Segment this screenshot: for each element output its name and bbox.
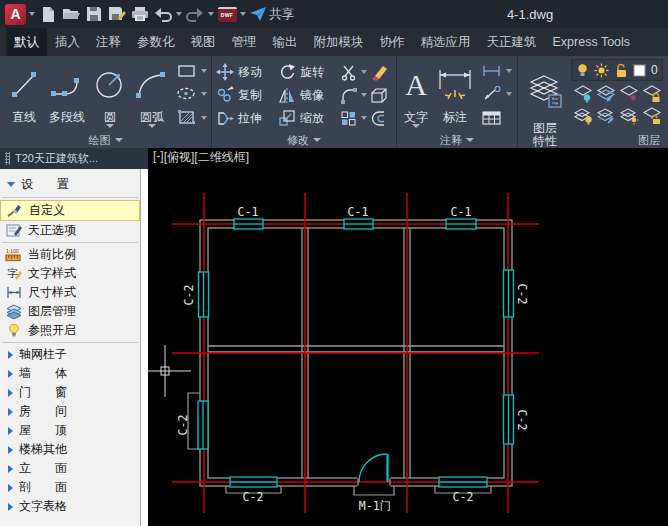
palette-item-layer-manage[interactable]: 图层管理 bbox=[0, 302, 140, 321]
palette-section-settings[interactable]: 设 置 bbox=[0, 173, 140, 195]
palette-item-current-scale[interactable]: 1:100 当前比例 bbox=[0, 245, 140, 264]
app-menu-button[interactable]: A bbox=[5, 2, 26, 26]
stretch-button[interactable]: 拉伸 bbox=[216, 110, 278, 127]
offset-button[interactable] bbox=[370, 110, 394, 127]
new-file-button[interactable] bbox=[38, 2, 58, 26]
group-expand-icon[interactable] bbox=[8, 446, 13, 454]
group-expand-icon[interactable] bbox=[8, 370, 13, 378]
make-current-layer-button[interactable] bbox=[596, 84, 616, 103]
tab-view[interactable]: 视图 bbox=[183, 28, 224, 56]
group-expand-icon[interactable] bbox=[8, 484, 13, 492]
draw-panel-footer[interactable]: 绘图 bbox=[0, 132, 211, 148]
array-caret-icon[interactable] bbox=[361, 116, 367, 120]
group-expand-icon[interactable] bbox=[8, 503, 13, 511]
palette-item-dim-style[interactable]: 尺寸样式 bbox=[0, 283, 140, 302]
leader-button[interactable] bbox=[481, 86, 512, 101]
explode-button[interactable] bbox=[370, 87, 394, 104]
turn-on-all-layers-button[interactable] bbox=[573, 106, 593, 125]
tab-insert[interactable]: 插入 bbox=[47, 28, 88, 56]
palette-item-ref-on[interactable]: 参照开启 bbox=[0, 321, 140, 340]
palette-item-text-style[interactable]: 字 文字样式 bbox=[0, 264, 140, 283]
mirror-button[interactable]: 镜像 bbox=[278, 87, 340, 104]
fillet-button[interactable] bbox=[340, 87, 370, 104]
group-expand-icon[interactable] bbox=[8, 427, 13, 435]
array-button[interactable] bbox=[340, 110, 370, 127]
text-button[interactable]: A 文字 bbox=[401, 58, 431, 132]
line-button[interactable]: 直线 bbox=[4, 58, 44, 132]
thaw-all-layers-button[interactable] bbox=[619, 106, 639, 125]
circle-button[interactable]: 圆 bbox=[90, 58, 130, 132]
polyline-button[interactable]: 多段线 bbox=[44, 58, 90, 132]
unlock-layer-button[interactable] bbox=[642, 106, 662, 125]
section-collapse-icon[interactable] bbox=[7, 182, 15, 187]
open-file-button[interactable] bbox=[61, 2, 81, 26]
palette-group-wall[interactable]: 墙 体 bbox=[0, 364, 140, 383]
linear-dimension-button[interactable] bbox=[481, 64, 512, 78]
tab-output[interactable]: 输出 bbox=[265, 28, 306, 56]
leader-caret-icon[interactable] bbox=[506, 92, 512, 96]
dimension-button[interactable]: 标注 bbox=[431, 58, 479, 132]
layer-select-dropdown[interactable]: 0 bbox=[571, 59, 663, 81]
freeze-layer-button[interactable] bbox=[619, 84, 639, 103]
tab-addins[interactable]: 附加模块 bbox=[306, 28, 372, 56]
rectangle-caret-icon[interactable] bbox=[201, 69, 207, 73]
tab-featured-apps[interactable]: 精选应用 bbox=[413, 28, 479, 56]
palette-group-elevation[interactable]: 立 面 bbox=[0, 459, 140, 478]
palette-group-door-window[interactable]: 门 窗 bbox=[0, 383, 140, 402]
ellipse-caret-icon[interactable] bbox=[201, 92, 207, 96]
trim-button[interactable] bbox=[340, 64, 370, 81]
annotate-panel-footer[interactable]: 注释 bbox=[397, 132, 517, 148]
palette-group-room[interactable]: 房 间 bbox=[0, 402, 140, 421]
palette-group-axis-column[interactable]: 轴网柱子 bbox=[0, 345, 140, 364]
tab-manage[interactable]: 管理 bbox=[224, 28, 265, 56]
rotate-button[interactable]: 旋转 bbox=[278, 63, 340, 81]
palette-group-text-table[interactable]: 文字表格 bbox=[0, 497, 140, 516]
save-button[interactable] bbox=[84, 2, 104, 26]
plot-button[interactable] bbox=[130, 2, 150, 26]
circle-dropdown-caret-icon[interactable] bbox=[106, 124, 114, 128]
tab-express-tools[interactable]: Express Tools bbox=[545, 28, 639, 56]
tab-home[interactable]: 默认 bbox=[6, 28, 47, 56]
scale-button[interactable]: 缩放 bbox=[278, 109, 340, 127]
trim-caret-icon[interactable] bbox=[361, 70, 367, 74]
palette-header[interactable]: T20天正建筑软... bbox=[0, 148, 148, 169]
palette-group-stairs-other[interactable]: 楼梯其他 bbox=[0, 440, 140, 459]
fillet-caret-icon[interactable] bbox=[361, 93, 367, 97]
export-dwf-button[interactable]: DWF bbox=[217, 2, 237, 26]
modify-panel-footer[interactable]: 修改 bbox=[212, 132, 396, 148]
redo-caret-icon[interactable] bbox=[208, 12, 214, 16]
drawing-canvas[interactable]: [-] [俯视] [二维线框] bbox=[148, 148, 668, 526]
palette-grip-icon[interactable] bbox=[5, 152, 10, 165]
layers-panel-footer[interactable]: 图层 bbox=[518, 132, 668, 148]
tab-tangent[interactable]: 天正建筑 bbox=[479, 28, 545, 56]
group-expand-icon[interactable] bbox=[8, 351, 13, 359]
save-as-button[interactable] bbox=[107, 2, 127, 26]
share-button[interactable]: 共享 bbox=[249, 2, 294, 26]
ellipse-button[interactable] bbox=[176, 86, 207, 101]
tab-annotate[interactable]: 注释 bbox=[88, 28, 129, 56]
move-button[interactable]: 移动 bbox=[216, 63, 278, 81]
tab-collaborate[interactable]: 协作 bbox=[372, 28, 413, 56]
group-expand-icon[interactable] bbox=[8, 465, 13, 473]
floor-plan[interactable]: C-1 C-1 C-1 C-2 C-2 C-2 C-2 C-2 C-2 M-1门 bbox=[148, 148, 668, 526]
palette-group-roof[interactable]: 屋 顶 bbox=[0, 421, 140, 440]
group-expand-icon[interactable] bbox=[8, 389, 13, 397]
tab-parametric[interactable]: 参数化 bbox=[129, 28, 183, 56]
arc-dropdown-caret-icon[interactable] bbox=[148, 124, 156, 128]
undo-caret-icon[interactable] bbox=[176, 12, 182, 16]
app-menu-caret-icon[interactable] bbox=[29, 12, 35, 16]
palette-item-customize[interactable]: 自定义 bbox=[0, 200, 140, 221]
group-expand-icon[interactable] bbox=[8, 408, 13, 416]
qat-customize-caret-icon[interactable] bbox=[240, 12, 246, 16]
text-dropdown-caret-icon[interactable] bbox=[412, 124, 420, 128]
hatch-caret-icon[interactable] bbox=[201, 116, 207, 120]
undo-button[interactable] bbox=[153, 2, 173, 26]
palette-group-section[interactable]: 剖 面 bbox=[0, 478, 140, 497]
linear-dimension-caret-icon[interactable] bbox=[506, 69, 512, 73]
hatch-button[interactable] bbox=[176, 109, 207, 126]
lock-layer-button[interactable] bbox=[642, 84, 662, 103]
erase-button[interactable] bbox=[370, 63, 394, 81]
copy-button[interactable]: 复制 bbox=[216, 86, 278, 104]
rectangle-button[interactable] bbox=[176, 64, 207, 79]
table-button[interactable] bbox=[481, 110, 512, 126]
